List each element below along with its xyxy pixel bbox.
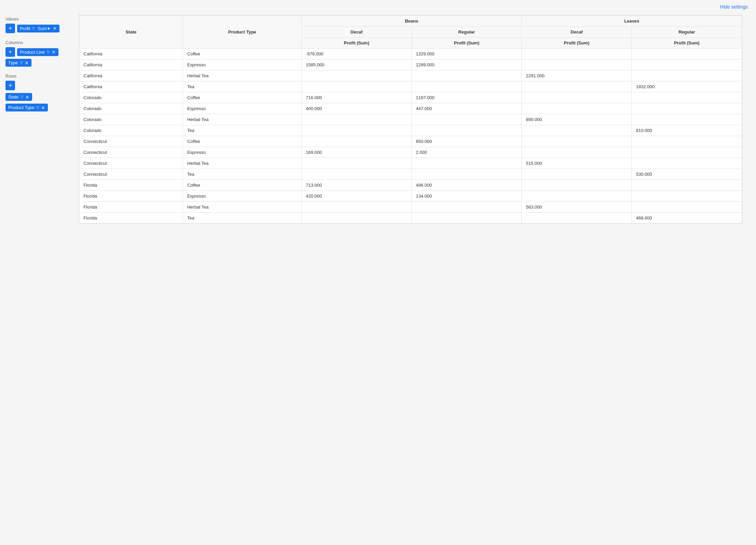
profit-close-button[interactable]: ✕	[53, 26, 57, 31]
table-cell: 2.000	[412, 147, 522, 158]
table-cell: -976.000	[301, 49, 412, 59]
columns-add-button[interactable]: +	[5, 47, 15, 57]
table-cell	[301, 213, 412, 224]
table-cell: 468.000	[632, 213, 742, 224]
type-chip-label: Type	[8, 60, 18, 65]
values-chip-row: + Profit ▽ Sum ▾ ✕	[5, 24, 73, 33]
table-cell: Connecticut	[79, 169, 183, 180]
table-cell	[301, 125, 412, 136]
col-leaves-decaf-header: Decaf	[522, 27, 632, 38]
table-cell: 169.000	[301, 147, 412, 158]
col-beans-decaf-profit-header: Profit (Sum)	[301, 38, 412, 49]
table-cell: Tea	[183, 169, 302, 180]
table-header-row-1: State Product Type Beans Leaves	[79, 16, 742, 27]
table-cell	[522, 49, 632, 59]
table-cell	[632, 114, 742, 125]
table-cell	[412, 169, 522, 180]
table-cell: California	[79, 81, 183, 92]
table-cell	[301, 70, 412, 81]
table-cell: Connecticut	[79, 136, 183, 147]
table-cell	[522, 147, 632, 158]
col-product-type-header: Product Type	[183, 16, 302, 49]
table-cell	[301, 169, 412, 180]
table-cell: 420.000	[301, 191, 412, 202]
table-cell: Coffee	[183, 49, 302, 59]
values-section: Values + Profit ▽ Sum ▾ ✕	[5, 15, 73, 33]
table-row: CaliforniaEspresso1585.0001289.000	[79, 59, 742, 70]
table-cell: Coffee	[183, 136, 302, 147]
table-cell: 515.000	[522, 158, 632, 169]
rows-state-row: State ▽ ✕	[5, 93, 73, 101]
columns-label: Columns	[5, 40, 73, 45]
table-cell: Colorado	[79, 114, 183, 125]
table-cell	[632, 147, 742, 158]
table-row: ColoradoEspresso400.000447.000	[79, 103, 742, 114]
table-row: FloridaEspresso420.000134.000	[79, 191, 742, 202]
table-row: FloridaTea468.000	[79, 213, 742, 224]
product-line-close-button[interactable]: ✕	[52, 50, 56, 54]
table-row: ConnecticutTea530.000	[79, 169, 742, 180]
table-row: CaliforniaHerbal Tea2281.000	[79, 70, 742, 81]
table-cell: Coffee	[183, 180, 302, 191]
table-cell: Tea	[183, 213, 302, 224]
data-table-container[interactable]: State Product Type Beans Leaves Decaf Re…	[79, 15, 742, 224]
state-close-button[interactable]: ✕	[25, 95, 29, 99]
state-filter-icon: ▽	[21, 95, 23, 99]
sum-dropdown[interactable]: Sum ▾	[37, 26, 51, 31]
table-cell: Espresso	[183, 59, 302, 70]
table-cell: 810.000	[632, 125, 742, 136]
table-cell: Espresso	[183, 103, 302, 114]
table-cell	[632, 202, 742, 213]
table-cell	[632, 180, 742, 191]
table-cell	[301, 158, 412, 169]
table-cell	[632, 158, 742, 169]
table-cell: Coffee	[183, 92, 302, 103]
table-cell	[412, 125, 522, 136]
table-cell: 496.000	[412, 180, 522, 191]
table-cell	[412, 202, 522, 213]
table-cell: 716.000	[301, 92, 412, 103]
state-chip: State ▽ ✕	[5, 93, 32, 101]
table-cell: Espresso	[183, 147, 302, 158]
values-add-button[interactable]: +	[5, 24, 15, 33]
columns-section: Columns + Product Line ▽ ✕ Type ▽ ✕	[5, 39, 73, 67]
table-cell: 1289.000	[412, 59, 522, 70]
table-cell	[522, 169, 632, 180]
type-close-button[interactable]: ✕	[25, 61, 29, 65]
col-state-header: State	[79, 16, 183, 49]
table-cell	[412, 213, 522, 224]
table-cell: 530.000	[632, 169, 742, 180]
col-beans-decaf-header: Decaf	[301, 27, 412, 38]
profit-filter-icon: ▽	[32, 26, 35, 31]
product-line-chip: Product Line ▽ ✕	[17, 48, 58, 56]
table-row: ConnecticutHerbal Tea515.000	[79, 158, 742, 169]
col-leaves-regular-header: Regular	[632, 27, 742, 38]
hide-settings-link[interactable]: Hide settings	[720, 4, 748, 10]
table-cell: Florida	[79, 202, 183, 213]
table-cell	[522, 59, 632, 70]
product-type-chip-label: Product Type	[8, 105, 34, 110]
col-beans-regular-profit-header: Profit (Sum)	[412, 38, 522, 49]
state-chip-label: State	[8, 94, 18, 99]
table-cell	[522, 92, 632, 103]
table-row: FloridaCoffee713.000496.000	[79, 180, 742, 191]
product-type-chip: Product Type ▽ ✕	[5, 104, 48, 111]
table-cell: 890.000	[522, 114, 632, 125]
table-cell: Herbal Tea	[183, 158, 302, 169]
table-cell	[412, 158, 522, 169]
col-leaves-decaf-profit-header: Profit (Sum)	[522, 38, 632, 49]
table-cell	[522, 191, 632, 202]
product-type-close-button[interactable]: ✕	[41, 105, 45, 110]
table-row: ConnecticutEspresso169.0002.000	[79, 147, 742, 158]
table-cell	[301, 114, 412, 125]
product-type-filter-icon: ▽	[36, 105, 39, 110]
col-leaves-regular-profit-header: Profit (Sum)	[632, 38, 742, 49]
table-cell: California	[79, 70, 183, 81]
table-cell: Connecticut	[79, 147, 183, 158]
product-line-chip-label: Product Line	[20, 50, 45, 55]
table-cell	[522, 81, 632, 92]
table-cell: Tea	[183, 81, 302, 92]
rows-label: Rows	[5, 74, 73, 79]
col-beans-regular-header: Regular	[412, 27, 522, 38]
rows-add-button[interactable]: +	[5, 81, 15, 90]
